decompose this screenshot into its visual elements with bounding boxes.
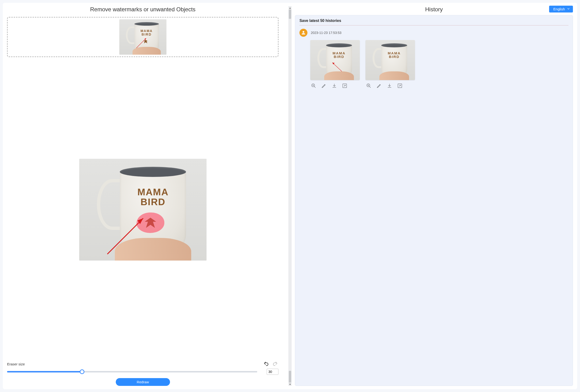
download-button[interactable]: [331, 83, 337, 89]
undo-redo-group: [263, 361, 279, 367]
editor-canvas[interactable]: MAMA BIRD: [7, 61, 279, 358]
svg-line-7: [314, 87, 316, 88]
eraser-size-slider[interactable]: [7, 369, 257, 374]
working-image: MAMA BIRD: [79, 159, 207, 261]
entry-timestamp: 2023-11-23 17:53:53: [311, 31, 341, 35]
language-label: English: [553, 7, 565, 11]
history-subheading: Save latest 50 histories: [299, 19, 569, 25]
zoom-in-button[interactable]: [311, 83, 316, 89]
app-root: Remove watermarks or unwanted Objects MA…: [3, 3, 577, 389]
mug-text: MAMA BIRD: [128, 187, 178, 207]
upload-dropzone[interactable]: MAMA BIRD: [7, 17, 279, 57]
pencil-icon: [321, 83, 326, 88]
eraser-size-input[interactable]: [267, 369, 279, 375]
expand-button[interactable]: [397, 83, 403, 89]
svg-line-12: [369, 87, 371, 88]
scroll-up-arrow[interactable]: ▲: [288, 6, 292, 9]
language-dropdown[interactable]: English: [549, 6, 573, 12]
scrollbar-thumb-top[interactable]: [289, 9, 291, 19]
slider-thumb[interactable]: [80, 369, 84, 374]
history-panel: History English Save latest 50 histories…: [295, 6, 573, 386]
history-entry: 2023-11-23 17:53:53 MAMA BIRD: [299, 29, 569, 89]
history-image[interactable]: MAMA BIRD: [365, 40, 415, 80]
user-avatar: [299, 29, 307, 37]
chevron-down-icon: [567, 7, 570, 11]
expand-icon: [397, 83, 403, 88]
scrollbar-thumb-bottom[interactable]: [289, 371, 291, 383]
history-card-actions: [365, 83, 415, 89]
zoom-in-button[interactable]: [366, 83, 372, 89]
scroll-down-arrow[interactable]: ▼: [288, 383, 292, 386]
undo-icon: [263, 361, 269, 367]
controls-row: Eraser size: [7, 361, 279, 367]
history-image[interactable]: MAMA BIRD: [310, 40, 360, 80]
pencil-icon: [377, 83, 382, 88]
expand-button[interactable]: [342, 83, 348, 89]
editor-panel: Remove watermarks or unwanted Objects MA…: [7, 6, 285, 386]
slider-row: [7, 369, 279, 375]
zoom-in-icon: [366, 83, 371, 88]
edit-button[interactable]: [376, 83, 382, 89]
redo-icon: [272, 361, 278, 367]
eraser-size-label: Eraser size: [7, 362, 25, 366]
person-icon: [301, 30, 306, 35]
edit-button[interactable]: [321, 83, 327, 89]
expand-icon: [342, 83, 347, 88]
eraser-mask: [137, 212, 164, 233]
download-icon: [387, 83, 392, 88]
history-card-actions: [310, 83, 360, 89]
mug-text: MAMA BIRD: [137, 29, 156, 36]
history-card: MAMA BIRD: [310, 40, 360, 89]
history-card: MAMA BIRD: [365, 40, 415, 89]
download-icon: [332, 83, 337, 88]
download-button[interactable]: [387, 83, 392, 89]
history-body: Save latest 50 histories 2023-11-23 17:5…: [295, 15, 573, 386]
source-thumbnail: MAMA BIRD: [119, 19, 166, 55]
redo-button[interactable]: [272, 361, 279, 367]
redraw-button[interactable]: Redraw: [116, 378, 170, 386]
history-header: History English: [295, 6, 573, 13]
undo-button[interactable]: [263, 361, 270, 367]
editor-title: Remove watermarks or unwanted Objects: [7, 6, 279, 13]
history-title: History: [425, 6, 443, 13]
zoom-in-icon: [311, 83, 316, 88]
editor-scrollbar[interactable]: ▲ ▼: [288, 6, 292, 386]
